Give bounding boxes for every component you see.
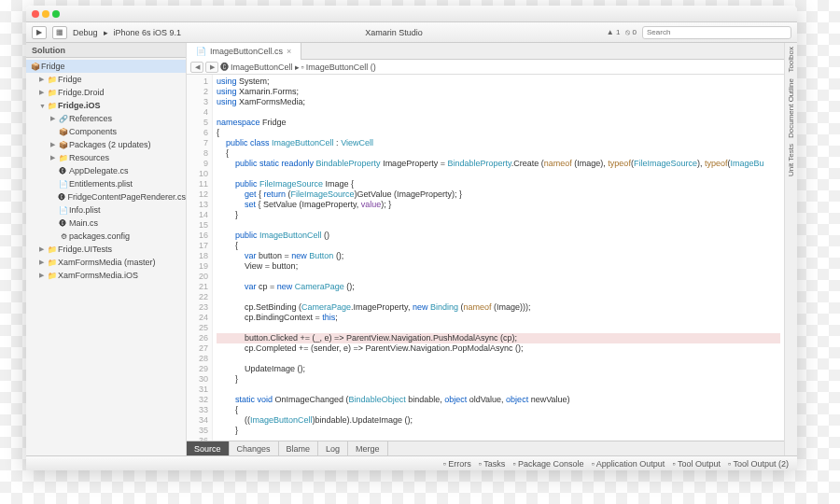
nav-fwd-button[interactable]: ▶ xyxy=(205,62,218,73)
run-button[interactable]: ▶ xyxy=(32,26,47,39)
tree-item[interactable]: 📄 Info.plist xyxy=(26,203,186,217)
method-icon: ▫ xyxy=(301,63,304,72)
bottom-tabs: SourceChangesBlameLogMerge xyxy=(187,441,784,455)
tree-item[interactable]: ▶📦 Packages (2 updates) xyxy=(26,138,186,151)
tree-item[interactable]: ▶📁 Fridge.UITests xyxy=(26,243,186,256)
nav-back-button[interactable]: ◀ xyxy=(190,62,203,73)
tree-item[interactable]: 📄 Entitlements.plist xyxy=(26,177,186,190)
status-item[interactable]: ▫ Application Output xyxy=(589,459,668,469)
config-label[interactable]: Debug xyxy=(73,28,98,37)
rail-tab[interactable]: Unit Tests xyxy=(787,144,795,176)
status-item[interactable]: ▫ Package Console xyxy=(510,459,586,469)
rail-tab[interactable]: Document Outline xyxy=(787,78,795,138)
tree-item[interactable]: 🅒 FridgeContentPageRenderer.cs xyxy=(26,190,186,203)
maximize-icon[interactable] xyxy=(52,10,60,18)
config-button[interactable]: ▦ xyxy=(52,26,67,39)
device-label[interactable]: iPhone 6s iOS 9.1 xyxy=(114,28,182,37)
status-item[interactable]: ▫ Tool Output (2) xyxy=(725,459,791,469)
search-input[interactable] xyxy=(642,26,791,39)
tree-item[interactable]: ▶📁 XamFormsMedia.iOS xyxy=(26,269,186,282)
tree-item[interactable]: 🅒 Main.cs xyxy=(26,217,186,230)
tree-item[interactable]: ▶🔗 References xyxy=(26,112,186,125)
error-count[interactable]: ⦸ 0 xyxy=(625,28,637,37)
status-item[interactable]: ▫ Errors xyxy=(441,459,474,469)
code-editor[interactable]: 1234567891011121314151617181920212223242… xyxy=(187,75,784,441)
bottom-tab[interactable]: Blame xyxy=(279,441,319,456)
app-name: Xamarin Studio xyxy=(365,28,423,37)
editor-pane: 📄 ImageButtonCell.cs × ◀ ▶ 🅒 ImageButton… xyxy=(187,43,784,455)
bottom-tab[interactable]: Merge xyxy=(348,441,388,456)
tree-item[interactable]: ▶📁 Fridge.Droid xyxy=(26,86,186,99)
tree-item[interactable]: ▶📁 Fridge xyxy=(26,73,186,86)
file-icon: 📄 xyxy=(196,47,206,56)
minimize-icon[interactable] xyxy=(42,10,49,18)
bottom-tab[interactable]: Log xyxy=(318,441,348,456)
tree-item[interactable]: 📦 Components xyxy=(26,125,186,138)
bottom-tab[interactable]: Source xyxy=(187,441,230,456)
app-window: ▶ ▦ Debug ▸ iPhone 6s iOS 9.1 Xamarin St… xyxy=(26,6,797,470)
breadcrumb: ◀ ▶ 🅒 ImageButtonCell ▸ ▫ ImageButtonCel… xyxy=(187,60,784,75)
warning-count[interactable]: ▲ 1 xyxy=(607,28,621,36)
titlebar xyxy=(26,6,797,22)
sidebar-title: Solution xyxy=(26,43,186,58)
class-icon: 🅒 xyxy=(220,63,229,72)
solution-sidebar: Solution 📦 Fridge▶📁 Fridge▶📁 Fridge.Droi… xyxy=(26,43,187,455)
tree-item[interactable]: ⚙ packages.config xyxy=(26,230,186,243)
status-bar: ▫ Errors▫ Tasks▫ Package Console▫ Applic… xyxy=(26,455,797,470)
toolbar: ▶ ▦ Debug ▸ iPhone 6s iOS 9.1 Xamarin St… xyxy=(26,22,797,43)
close-icon[interactable]: × xyxy=(287,47,291,56)
right-rail: ToolboxDocument OutlineUnit Tests xyxy=(784,43,797,455)
tree-item[interactable]: 🅒 AppDelegate.cs xyxy=(26,164,186,177)
tab-active[interactable]: 📄 ImageButtonCell.cs × xyxy=(187,43,301,60)
bottom-tab[interactable]: Changes xyxy=(230,441,279,456)
tree-item[interactable]: ▼📁 Fridge.iOS xyxy=(26,99,186,112)
status-item[interactable]: ▫ Tool Output xyxy=(669,459,723,469)
rail-tab[interactable]: Toolbox xyxy=(787,47,795,73)
status-item[interactable]: ▫ Tasks xyxy=(476,459,509,469)
tab-bar: 📄 ImageButtonCell.cs × xyxy=(187,43,784,60)
tree-item[interactable]: ▶📁 Resources xyxy=(26,151,186,164)
tree-root[interactable]: 📦 Fridge xyxy=(26,60,186,73)
close-icon[interactable] xyxy=(32,10,39,18)
tree-item[interactable]: ▶📁 XamFormsMedia (master) xyxy=(26,256,186,269)
